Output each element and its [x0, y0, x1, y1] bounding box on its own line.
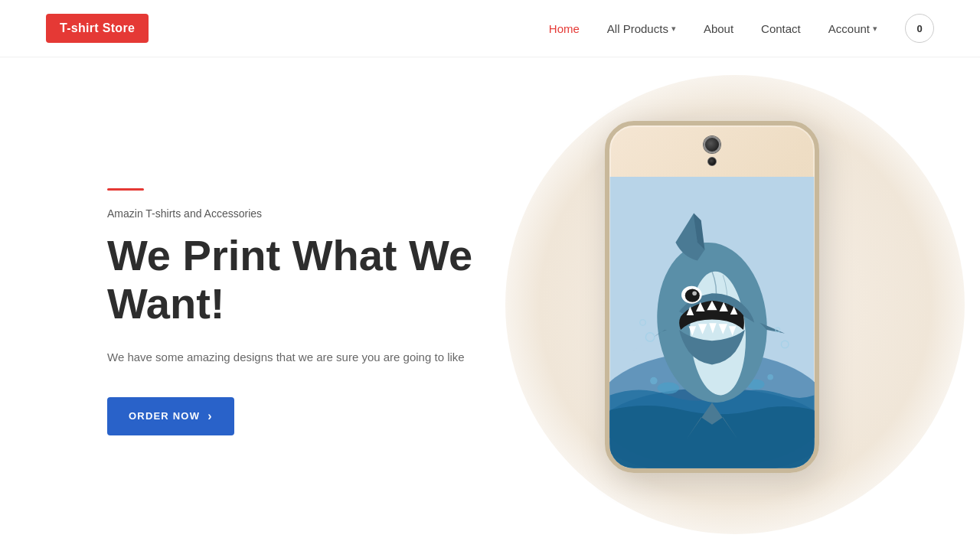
svg-point-3: [658, 382, 680, 393]
site-logo[interactable]: T-shirt Store: [46, 14, 149, 43]
chevron-down-icon: ▾: [873, 24, 877, 34]
cart-count: 0: [916, 23, 922, 34]
nav-about[interactable]: About: [704, 22, 733, 35]
cart-button[interactable]: 0: [905, 14, 934, 43]
phone-mockup: [605, 121, 819, 473]
chevron-down-icon: ▾: [671, 24, 676, 34]
nav-account[interactable]: Account ▾: [828, 22, 877, 35]
svg-point-10: [685, 289, 700, 302]
svg-point-6: [767, 374, 773, 380]
hero-image-area: [490, 57, 934, 551]
order-now-button[interactable]: ORDER NOW ›: [107, 397, 234, 435]
camera-lens-main: [704, 136, 720, 153]
nav-home[interactable]: Home: [549, 22, 580, 35]
shark-illustration: [609, 177, 815, 468]
phone-screen: [609, 177, 815, 468]
hero-content: Amazin T-shirts and Accessories We Print…: [107, 173, 490, 435]
phone-camera: [704, 136, 720, 166]
hero-title: We Print What We Want!: [107, 232, 490, 328]
nav-contact[interactable]: Contact: [761, 22, 801, 35]
nav-all-products[interactable]: All Products ▾: [607, 22, 676, 35]
hero-description: We have some amazing designs that we are…: [107, 349, 490, 367]
svg-point-5: [650, 377, 658, 385]
arrow-right-icon: ›: [207, 409, 213, 423]
phone-edge-detail: [815, 228, 818, 289]
hero-subtitle: Amazin T-shirts and Accessories: [107, 207, 490, 220]
camera-lens-secondary: [707, 157, 717, 166]
phone-body: [605, 121, 819, 473]
svg-point-11: [692, 291, 697, 295]
red-divider: [107, 188, 144, 191]
site-header: T-shirt Store Home All Products ▾ About …: [0, 0, 980, 57]
hero-section: Amazin T-shirts and Accessories We Print…: [0, 57, 980, 551]
main-nav: Home All Products ▾ About Contact Accoun…: [549, 14, 934, 43]
